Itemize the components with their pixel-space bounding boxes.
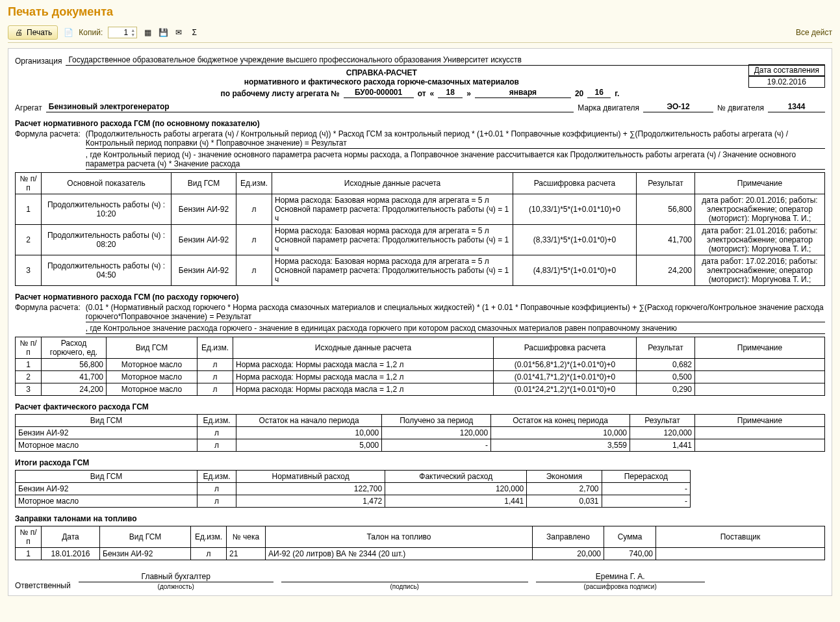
sheet-year: 16 [587, 88, 611, 98]
col-header: Ед.изм. [197, 337, 233, 359]
cell: Бензин АИ-92 [172, 255, 236, 286]
cell: дата работ: 21.01.2016; работы: электрос… [695, 225, 825, 255]
mail-icon[interactable]: ✉ [173, 27, 184, 38]
col-header: Остаток на конец периода [491, 415, 630, 427]
cell: (8,33/1)*5*(1+0.01*0)+0 [513, 225, 637, 255]
cell [656, 548, 825, 560]
copies-up-icon[interactable]: ▲ [129, 28, 136, 32]
table-row: 2Продолжительность работы (ч) : 08:20Бен… [16, 225, 825, 255]
copies-down-icon[interactable]: ▼ [129, 32, 136, 37]
col-header: Вид ГСМ [172, 173, 236, 194]
cell: Бензин АИ-92 [172, 225, 236, 255]
cell: 56,800 [637, 194, 695, 225]
table-row: 156,800Моторное маслолНорма расхода: Нор… [16, 359, 825, 371]
totals-section: Итоги расхода ГСМ [15, 458, 825, 467]
sheet-month: января [475, 88, 571, 98]
cell [695, 439, 825, 452]
date-box-value: 19.02.2016 [748, 76, 825, 88]
copies-stepper[interactable]: ▲ ▼ [108, 27, 137, 38]
table-row: 3Продолжительность работы (ч) : 04:50Бен… [16, 255, 825, 286]
grid-icon[interactable]: ▦ [142, 27, 153, 38]
doc-title: СПРАВКА-РАСЧЕТ [15, 68, 825, 77]
table-row: Бензин АИ-92л122,700120,0002,700- [16, 483, 691, 495]
cell: 2 [16, 371, 42, 383]
cell: 2,700 [527, 483, 602, 495]
cell: 56,800 [42, 359, 107, 371]
col-header: Результат [630, 415, 695, 427]
cell: 120,000 [382, 427, 491, 439]
cell: л [197, 439, 236, 452]
page-icon[interactable]: 📄 [63, 27, 73, 38]
table-row: 324,200Моторное маслолНорма расхода: Нор… [16, 383, 825, 396]
cell: л [191, 548, 227, 560]
cell: Продолжительность работы (ч) : 08:20 [42, 225, 172, 255]
cell: Норма расхода: Базовая норма расхода для… [272, 225, 513, 255]
q2: » [466, 89, 471, 98]
sheet-no: БУ00-000001 [344, 88, 414, 98]
cell: - [602, 483, 690, 495]
save-icon[interactable]: 💾 [158, 27, 168, 38]
col-header: Примечание [695, 337, 825, 359]
cell: 120,000 [630, 427, 695, 439]
cell: 18.01.2016 [42, 548, 100, 560]
cell: 1 [16, 359, 42, 371]
col-header: Результат [637, 173, 695, 194]
col-header: Вид ГСМ [100, 526, 191, 548]
norm1-section: Расчет нормативного расхода ГСМ (по осно… [15, 119, 825, 128]
cell: АИ-92 (20 литров) ВА № 2344 (20 шт.) [266, 548, 533, 560]
table-row: Моторное маслол5,000-3,5591,441 [16, 439, 825, 452]
col-header: Основной показатель [42, 173, 172, 194]
cell: л [197, 495, 236, 508]
col-header: Расшифровка расчета [494, 337, 637, 359]
all-actions-link[interactable]: Все дейст [796, 28, 832, 37]
col-header: Расшифровка расчета [513, 173, 637, 194]
cell: Бензин АИ-92 [16, 427, 197, 439]
table-row: Моторное маслол1,4721,4410,031- [16, 495, 691, 508]
cell [695, 359, 825, 371]
print-button[interactable]: 🖨 Печать [8, 25, 58, 40]
col-header: № п/п [16, 173, 42, 194]
norm1-table: № п/пОсновной показательВид ГСМЕд.изм.Ис… [15, 172, 825, 286]
cell: 3,559 [491, 439, 630, 452]
name-caption: (расшифровка подписи) [584, 583, 657, 590]
document-body: Организация Государственное образователь… [8, 48, 832, 596]
fact-section: Расчет фактического расхода ГСМ [15, 402, 825, 411]
norm2-formula1: (0.01 * (Нормативный расход горючего * Н… [86, 303, 825, 322]
norm2-section: Расчет нормативного расхода ГСМ (по расх… [15, 292, 825, 302]
engine-brand-label: Марка двигателя [578, 103, 639, 112]
col-header: Примечание [695, 173, 825, 194]
cell [695, 427, 825, 439]
cell: 41,700 [637, 225, 695, 255]
cell: 740,00 [604, 548, 656, 560]
cell [695, 383, 825, 396]
col-header: № п/п [16, 337, 42, 359]
cell: 1 [16, 548, 42, 560]
table-row: 241,700Моторное маслолНорма расхода: Нор… [16, 371, 825, 383]
org-label: Организация [15, 57, 62, 66]
col-header: Заправлено [533, 526, 604, 548]
cell: 21 [227, 548, 266, 560]
engine-brand: ЭО-12 [643, 102, 713, 112]
sheet-day: 18 [438, 88, 463, 98]
cell: Норма расхода: Базовая норма расхода для… [272, 255, 513, 286]
cell: - [602, 495, 690, 508]
col-header: Ед.изм. [236, 173, 272, 194]
printer-icon: 🖨 [14, 27, 24, 38]
position-caption: (должность) [158, 583, 194, 590]
cell: 122,700 [236, 483, 385, 495]
cell: Продолжительность работы (ч) : 04:50 [42, 255, 172, 286]
cell: (4,83/1)*5*(1+0.01*0)+0 [513, 255, 637, 286]
q1: « [430, 89, 435, 98]
norm2-table: № п/пРасход горючего, ед.Вид ГСМЕд.изм.И… [15, 337, 825, 396]
table-row: Бензин АИ-92л10,000120,00010,000120,000 [16, 427, 825, 439]
sigma-icon[interactable]: Σ [189, 27, 199, 38]
copies-input[interactable] [108, 27, 129, 38]
totals-table: Вид ГСМЕд.изм.Нормативный расходФактичес… [15, 470, 691, 508]
cell [695, 371, 825, 383]
unit-value: Бензиновый электрогенератор [46, 102, 574, 112]
table-row: 118.01.2016Бензин АИ-92л21АИ-92 (20 литр… [16, 548, 825, 560]
cell: (0.01*41,7*1,2)*(1+0.01*0)+0 [494, 371, 637, 383]
col-header: Исходные данные расчета [272, 173, 513, 194]
cell: Моторное масло [16, 495, 197, 508]
coupons-section: Заправки талонами на топливо [15, 514, 825, 523]
